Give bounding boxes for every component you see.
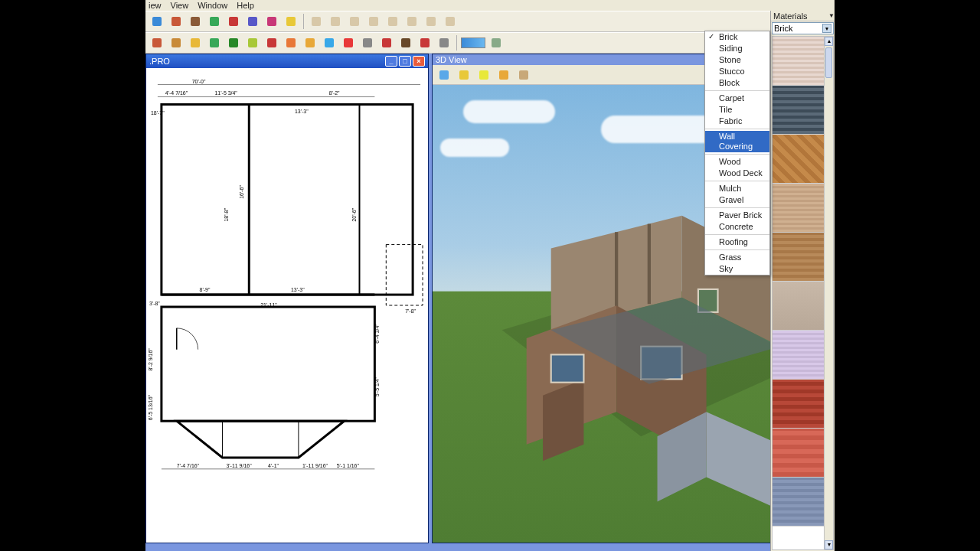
slab2-icon[interactable]: [327, 13, 344, 30]
bridge-icon[interactable]: [187, 13, 204, 30]
tool8[interactable]: [283, 34, 299, 51]
tool11[interactable]: [340, 34, 357, 51]
material-swatch[interactable]: [773, 380, 824, 429]
material-swatch[interactable]: [773, 86, 824, 135]
svg-text:5'-5 1/4": 5'-5 1/4": [374, 377, 380, 396]
slab8-icon[interactable]: [442, 13, 459, 30]
tool12[interactable]: [359, 34, 376, 51]
material-menu-item[interactable]: Stone: [705, 54, 769, 66]
svg-rect-26: [344, 38, 353, 47]
tool5[interactable]: [225, 34, 242, 51]
light-icon[interactable]: [495, 67, 512, 83]
material-swatch[interactable]: [773, 282, 824, 331]
svg-rect-27: [363, 38, 372, 47]
close-button[interactable]: ×: [413, 56, 425, 67]
svg-rect-24: [305, 38, 315, 47]
material-swatch[interactable]: [773, 429, 824, 478]
material-menu-item[interactable]: Wood Deck: [705, 168, 769, 179]
svg-rect-1: [172, 17, 181, 26]
tool3[interactable]: [187, 34, 204, 51]
svg-rect-6: [267, 17, 276, 26]
swatch-scrollbar[interactable]: ▴ ▾: [824, 37, 833, 549]
slab3-icon[interactable]: [346, 13, 363, 30]
material-swatch[interactable]: [773, 233, 824, 282]
slab1-icon[interactable]: [308, 13, 325, 30]
color-swatch[interactable]: [461, 37, 485, 48]
material-swatch[interactable]: [773, 184, 824, 233]
menu-item[interactable]: View: [171, 1, 189, 10]
svg-text:16'-6": 16'-6": [239, 185, 244, 199]
sun-icon[interactable]: [475, 67, 492, 83]
scroll-thumb[interactable]: [825, 47, 832, 78]
svg-rect-10: [350, 17, 359, 26]
material-swatch[interactable]: [773, 478, 824, 527]
material-menu-item[interactable]: Brick: [705, 31, 769, 43]
slab6-icon[interactable]: [403, 13, 420, 30]
tool15[interactable]: [416, 34, 433, 51]
material-swatch[interactable]: [773, 37, 824, 86]
material-menu-item[interactable]: Sky: [705, 263, 769, 275]
material-menu-item[interactable]: Carpet: [705, 93, 769, 104]
tool9[interactable]: [302, 34, 318, 51]
sun-icon[interactable]: [283, 13, 299, 30]
menu-item[interactable]: Window: [198, 1, 227, 10]
svg-rect-28: [382, 38, 391, 47]
scroll-up-button[interactable]: ▴: [825, 37, 833, 46]
workspace: .PRO _ □ × 70'-0" 4'-4 7/16" 11'-5 3/4" …: [145, 54, 835, 551]
material-menu-item[interactable]: Tile: [705, 104, 769, 116]
material-menu-item[interactable]: Stucco: [705, 66, 769, 77]
tool7[interactable]: [263, 34, 280, 51]
svg-rect-31: [439, 38, 449, 47]
tool2[interactable]: [168, 34, 185, 51]
svg-text:6'-4 3/4": 6'-4 3/4": [374, 324, 380, 344]
svg-rect-16: [152, 38, 162, 47]
tool16[interactable]: [436, 34, 452, 51]
pool-icon[interactable]: [206, 13, 223, 30]
tool14[interactable]: [397, 34, 414, 51]
chair-icon[interactable]: [225, 13, 242, 30]
nav-icon[interactable]: [436, 67, 452, 83]
floorplan-canvas[interactable]: 70'-0" 4'-4 7/16" 11'-5 3/4" 8'-2" 18'-7…: [146, 68, 428, 543]
no-entry-icon[interactable]: [263, 13, 280, 30]
material-menu-item[interactable]: Grass: [705, 252, 769, 263]
material-swatch-list: ▴ ▾: [772, 36, 834, 550]
material-menu-item[interactable]: Gravel: [705, 194, 769, 206]
material-menu-item[interactable]: Siding: [705, 43, 769, 54]
tool4[interactable]: [206, 34, 223, 51]
fence-icon[interactable]: [168, 13, 185, 30]
material-menu-item[interactable]: Fabric: [705, 116, 769, 127]
material-menu-item[interactable]: Concrete: [705, 221, 769, 233]
slab5-icon[interactable]: [384, 13, 401, 30]
material-menu-item[interactable]: Block: [705, 77, 769, 89]
scroll-down-button[interactable]: ▾: [825, 540, 833, 549]
minimize-button[interactable]: _: [385, 56, 397, 67]
material-menu-item[interactable]: Paver Brick: [705, 210, 769, 221]
material-menu-item[interactable]: Wood: [705, 156, 769, 168]
paint-icon[interactable]: [515, 67, 532, 83]
pattern-icon[interactable]: [244, 13, 261, 30]
material-menu-item[interactable]: Mulch: [705, 183, 769, 194]
slab4-icon[interactable]: [365, 13, 382, 30]
menu-item[interactable]: Help: [237, 1, 254, 10]
tool10[interactable]: [321, 34, 338, 51]
maximize-button[interactable]: □: [399, 56, 411, 67]
svg-text:7'-4 7/16": 7'-4 7/16": [177, 463, 200, 468]
menu-item[interactable]: iew: [149, 1, 162, 10]
slab7-icon[interactable]: [423, 13, 439, 30]
svg-rect-29: [401, 38, 410, 47]
svg-rect-0: [152, 17, 162, 26]
tool13[interactable]: [378, 34, 395, 51]
grid-icon[interactable]: [149, 13, 165, 30]
svg-rect-8: [312, 17, 321, 26]
material-menu-item[interactable]: Wall Covering: [705, 131, 769, 152]
materials-category-select[interactable]: Brick ▾: [772, 22, 834, 34]
material-menu-item[interactable]: Roofing: [705, 236, 769, 248]
svg-rect-9: [331, 17, 340, 26]
material-swatch[interactable]: [773, 135, 824, 184]
floorplan-titlebar[interactable]: .PRO _ □ ×: [146, 54, 428, 68]
orbit-icon[interactable]: [456, 67, 472, 83]
tool1[interactable]: [149, 34, 165, 51]
material-swatch[interactable]: [773, 331, 824, 380]
tree-icon[interactable]: [488, 34, 505, 51]
tool6[interactable]: [244, 34, 261, 51]
